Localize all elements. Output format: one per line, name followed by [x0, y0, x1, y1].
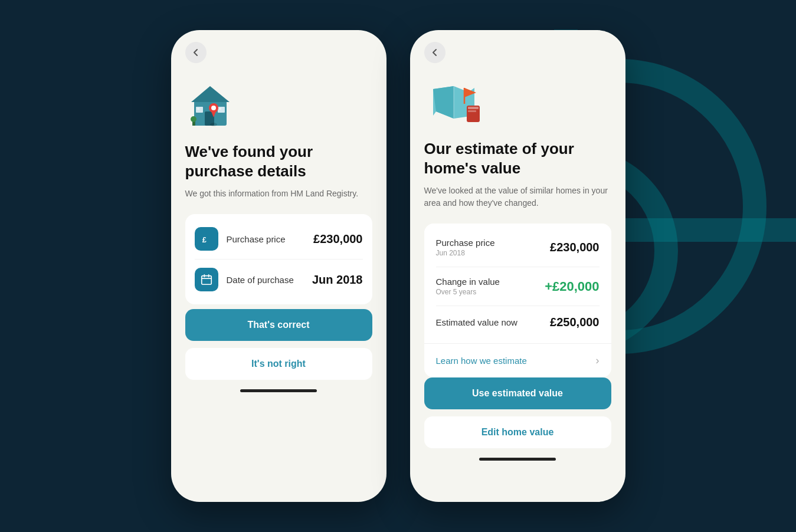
est-purchase-label: Purchase price — [436, 238, 495, 248]
back-button-phone2[interactable] — [424, 42, 446, 63]
est-change-label-group: Change in value Over 5 years — [436, 277, 500, 296]
est-purchase-label-group: Purchase price Jun 2018 — [436, 238, 495, 257]
back-button-phone1[interactable] — [185, 42, 207, 63]
svg-marker-19 — [433, 86, 454, 119]
svg-point-8 — [191, 116, 196, 122]
estimate-rows: Purchase price Jun 2018 £230,000 Change … — [424, 224, 611, 343]
svg-point-9 — [210, 123, 217, 126]
date-row: Date of purchase Jun 2018 — [195, 259, 363, 300]
use-estimated-button[interactable]: Use estimated value — [424, 377, 611, 409]
est-purchase-row: Purchase price Jun 2018 £230,000 — [436, 228, 600, 267]
svg-point-11 — [211, 106, 216, 110]
house-illustration — [185, 77, 244, 130]
home-indicator-phone1 — [240, 389, 317, 392]
map-illustration — [424, 77, 489, 127]
svg-rect-3 — [196, 107, 203, 113]
est-change-period: Over 5 years — [436, 288, 500, 296]
svg-rect-24 — [468, 107, 479, 109]
phone-purchase-details: We've found your purchase details We got… — [171, 30, 386, 502]
est-change-row: Change in value Over 5 years +£20,000 — [436, 267, 600, 306]
svg-rect-5 — [197, 108, 199, 110]
svg-text:£: £ — [202, 235, 206, 244]
svg-marker-1 — [191, 86, 230, 102]
est-purchase-value: £230,000 — [550, 241, 599, 254]
house-icon-area — [185, 77, 372, 130]
map-icon-area — [424, 77, 611, 127]
edit-home-value-button[interactable]: Edit home value — [424, 416, 611, 448]
est-estimated-value: £250,000 — [550, 316, 599, 329]
svg-rect-6 — [219, 108, 221, 110]
est-change-value: +£20,000 — [545, 279, 599, 294]
est-purchase-date: Jun 2018 — [436, 249, 495, 257]
date-value: Jun 2018 — [312, 273, 363, 287]
home-indicator-phone2 — [479, 458, 556, 461]
est-estimated-row: Estimated value now £250,000 — [436, 306, 600, 339]
phone1-subtitle: We got this information from HM Land Reg… — [185, 188, 372, 200]
chevron-right-icon: › — [596, 354, 600, 367]
estimate-info-card: Purchase price Jun 2018 £230,000 Change … — [424, 224, 611, 377]
est-change-label: Change in value — [436, 277, 500, 287]
purchase-price-row: £ Purchase price £230,000 — [195, 219, 363, 259]
svg-rect-14 — [201, 276, 211, 285]
purchase-price-label: Purchase price — [227, 234, 314, 244]
learn-link: Learn how we estimate — [436, 356, 527, 366]
calendar-icon — [195, 268, 218, 291]
date-label: Date of purchase — [227, 275, 312, 285]
phone-estimate: Our estimate of your home's value We've … — [410, 30, 625, 502]
thats-correct-button[interactable]: That's correct — [185, 309, 372, 341]
learn-how-row[interactable]: Learn how we estimate › — [424, 343, 611, 377]
purchase-price-value: £230,000 — [313, 232, 362, 246]
est-estimated-label: Estimated value now — [436, 317, 517, 327]
purchase-info-card: £ Purchase price £230,000 — [185, 214, 372, 304]
phones-container: We've found your purchase details We got… — [171, 30, 625, 502]
svg-rect-25 — [468, 110, 476, 112]
not-right-button[interactable]: It's not right — [185, 348, 372, 380]
phone2-subtitle: We've looked at the value of similar hom… — [424, 185, 611, 209]
phone1-title: We've found your purchase details — [185, 142, 372, 180]
phone2-title: Our estimate of your home's value — [424, 139, 611, 178]
price-icon: £ — [195, 227, 218, 251]
svg-rect-4 — [218, 107, 225, 113]
